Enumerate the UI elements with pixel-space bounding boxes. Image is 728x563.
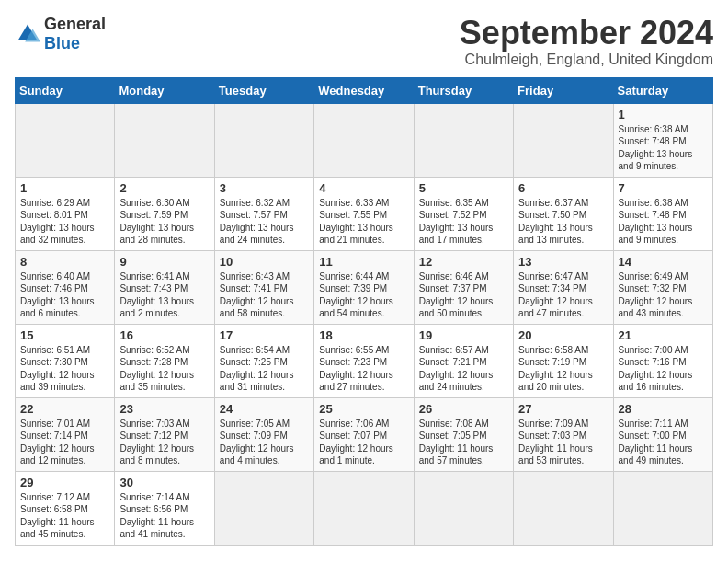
cell-info: Sunrise: 7:12 AMSunset: 6:58 PMDaylight:…	[20, 492, 95, 540]
header-saturday: Saturday	[613, 77, 712, 103]
day-number: 9	[119, 255, 209, 269]
calendar-cell	[16, 103, 115, 177]
day-number: 18	[319, 328, 408, 342]
calendar-week-row: 29Sunrise: 7:12 AMSunset: 6:58 PMDayligh…	[16, 471, 713, 545]
calendar-table: SundayMondayTuesdayWednesdayThursdayFrid…	[15, 77, 713, 546]
cell-info: Sunrise: 6:52 AMSunset: 7:28 PMDaylight:…	[119, 345, 194, 393]
calendar-week-row: 1Sunrise: 6:38 AMSunset: 7:48 PMDaylight…	[16, 103, 713, 177]
cell-info: Sunrise: 6:35 AMSunset: 7:52 PMDaylight:…	[419, 198, 494, 246]
calendar-cell: 23Sunrise: 7:03 AMSunset: 7:12 PMDayligh…	[115, 397, 214, 471]
calendar-cell: 17Sunrise: 6:54 AMSunset: 7:25 PMDayligh…	[214, 324, 313, 397]
calendar-cell: 27Sunrise: 7:09 AMSunset: 7:03 PMDayligh…	[514, 397, 613, 471]
calendar-cell: 20Sunrise: 6:58 AMSunset: 7:19 PMDayligh…	[514, 324, 613, 397]
day-number: 24	[220, 402, 309, 416]
day-number: 6	[518, 181, 608, 195]
calendar-cell: 2Sunrise: 6:30 AMSunset: 7:59 PMDaylight…	[115, 177, 214, 250]
cell-info: Sunrise: 6:57 AMSunset: 7:21 PMDaylight:…	[419, 345, 494, 393]
calendar-cell: 10Sunrise: 6:43 AMSunset: 7:41 PMDayligh…	[214, 250, 313, 324]
calendar-cell: 6Sunrise: 6:37 AMSunset: 7:50 PMDaylight…	[514, 177, 613, 250]
cell-info: Sunrise: 7:00 AMSunset: 7:16 PMDaylight:…	[619, 345, 693, 393]
calendar-cell: 30Sunrise: 7:14 AMSunset: 6:56 PMDayligh…	[115, 471, 214, 545]
day-number: 5	[419, 181, 508, 195]
calendar-header-row: SundayMondayTuesdayWednesdayThursdayFrid…	[16, 77, 713, 103]
calendar-cell: 7Sunrise: 6:38 AMSunset: 7:48 PMDaylight…	[613, 177, 712, 250]
cell-info: Sunrise: 6:51 AMSunset: 7:30 PMDaylight:…	[20, 345, 95, 393]
day-number: 25	[319, 402, 408, 416]
cell-info: Sunrise: 6:40 AMSunset: 7:46 PMDaylight:…	[20, 271, 95, 319]
calendar-cell: 11Sunrise: 6:44 AMSunset: 7:39 PMDayligh…	[314, 250, 414, 324]
calendar-cell	[314, 103, 414, 177]
calendar-cell: 16Sunrise: 6:52 AMSunset: 7:28 PMDayligh…	[115, 324, 214, 397]
day-number: 16	[119, 328, 209, 342]
calendar-cell: 21Sunrise: 7:00 AMSunset: 7:16 PMDayligh…	[613, 324, 712, 397]
calendar-cell	[115, 103, 214, 177]
calendar-cell: 3Sunrise: 6:32 AMSunset: 7:57 PMDaylight…	[214, 177, 313, 250]
logo-icon	[15, 21, 40, 47]
day-number: 27	[518, 402, 608, 416]
cell-info: Sunrise: 7:09 AMSunset: 7:03 PMDaylight:…	[518, 419, 593, 466]
cell-info: Sunrise: 6:38 AMSunset: 7:48 PMDaylight:…	[619, 124, 693, 172]
day-number: 3	[220, 181, 309, 195]
calendar-cell: 22Sunrise: 7:01 AMSunset: 7:14 PMDayligh…	[16, 397, 115, 471]
day-number: 13	[518, 255, 608, 269]
cell-info: Sunrise: 6:46 AMSunset: 7:37 PMDaylight:…	[419, 271, 494, 319]
day-number: 4	[319, 181, 408, 195]
header-friday: Friday	[514, 77, 613, 103]
location-title: Chulmleigh, England, United Kingdom	[460, 52, 713, 68]
calendar-cell: 14Sunrise: 6:49 AMSunset: 7:32 PMDayligh…	[613, 250, 712, 324]
day-number: 20	[518, 328, 608, 342]
cell-info: Sunrise: 7:01 AMSunset: 7:14 PMDaylight:…	[20, 419, 95, 466]
cell-info: Sunrise: 7:11 AMSunset: 7:00 PMDaylight:…	[619, 419, 693, 466]
cell-info: Sunrise: 6:44 AMSunset: 7:39 PMDaylight:…	[319, 271, 393, 319]
day-number: 1	[619, 108, 708, 121]
cell-info: Sunrise: 7:08 AMSunset: 7:05 PMDaylight:…	[419, 419, 494, 466]
calendar-cell	[314, 471, 414, 545]
cell-info: Sunrise: 6:29 AMSunset: 8:01 PMDaylight:…	[20, 198, 95, 246]
calendar-cell	[414, 103, 513, 177]
day-number: 22	[20, 402, 109, 416]
calendar-week-row: 8Sunrise: 6:40 AMSunset: 7:46 PMDaylight…	[16, 250, 713, 324]
day-number: 21	[619, 328, 708, 342]
calendar-cell: 13Sunrise: 6:47 AMSunset: 7:34 PMDayligh…	[514, 250, 613, 324]
day-number: 15	[20, 328, 109, 342]
calendar-cell	[214, 471, 313, 545]
calendar-cell: 12Sunrise: 6:46 AMSunset: 7:37 PMDayligh…	[414, 250, 513, 324]
cell-info: Sunrise: 6:49 AMSunset: 7:32 PMDaylight:…	[619, 271, 693, 319]
calendar-cell: 8Sunrise: 6:40 AMSunset: 7:46 PMDaylight…	[16, 250, 115, 324]
cell-info: Sunrise: 7:03 AMSunset: 7:12 PMDaylight:…	[119, 419, 194, 466]
calendar-cell: 4Sunrise: 6:33 AMSunset: 7:55 PMDaylight…	[314, 177, 414, 250]
day-number: 1	[20, 181, 109, 195]
cell-info: Sunrise: 6:55 AMSunset: 7:23 PMDaylight:…	[319, 345, 393, 393]
header-wednesday: Wednesday	[314, 77, 414, 103]
day-number: 23	[119, 402, 209, 416]
calendar-week-row: 22Sunrise: 7:01 AMSunset: 7:14 PMDayligh…	[16, 397, 713, 471]
cell-info: Sunrise: 7:06 AMSunset: 7:07 PMDaylight:…	[319, 419, 393, 466]
calendar-cell: 28Sunrise: 7:11 AMSunset: 7:00 PMDayligh…	[613, 397, 712, 471]
cell-info: Sunrise: 6:41 AMSunset: 7:43 PMDaylight:…	[119, 271, 194, 319]
day-number: 17	[220, 328, 309, 342]
calendar-cell: 9Sunrise: 6:41 AMSunset: 7:43 PMDaylight…	[115, 250, 214, 324]
day-number: 30	[119, 476, 209, 489]
day-number: 29	[20, 476, 109, 489]
header-sunday: Sunday	[16, 77, 115, 103]
calendar-cell: 1Sunrise: 6:38 AMSunset: 7:48 PMDaylight…	[613, 103, 712, 177]
cell-info: Sunrise: 6:54 AMSunset: 7:25 PMDaylight:…	[220, 345, 294, 393]
calendar-cell: 25Sunrise: 7:06 AMSunset: 7:07 PMDayligh…	[314, 397, 414, 471]
calendar-cell: 19Sunrise: 6:57 AMSunset: 7:21 PMDayligh…	[414, 324, 513, 397]
month-title: September 2024	[460, 15, 713, 52]
cell-info: Sunrise: 6:38 AMSunset: 7:48 PMDaylight:…	[619, 198, 693, 246]
calendar-cell	[613, 471, 712, 545]
cell-info: Sunrise: 6:32 AMSunset: 7:57 PMDaylight:…	[220, 198, 294, 246]
cell-info: Sunrise: 7:05 AMSunset: 7:09 PMDaylight:…	[220, 419, 294, 466]
cell-info: Sunrise: 6:37 AMSunset: 7:50 PMDaylight:…	[518, 198, 593, 246]
day-number: 2	[119, 181, 209, 195]
day-number: 7	[619, 181, 708, 195]
calendar-cell: 5Sunrise: 6:35 AMSunset: 7:52 PMDaylight…	[414, 177, 513, 250]
calendar-cell: 24Sunrise: 7:05 AMSunset: 7:09 PMDayligh…	[214, 397, 313, 471]
cell-info: Sunrise: 6:58 AMSunset: 7:19 PMDaylight:…	[518, 345, 593, 393]
header-thursday: Thursday	[414, 77, 513, 103]
logo-general-text: General	[44, 15, 106, 33]
logo: General Blue	[15, 15, 106, 53]
calendar-cell: 18Sunrise: 6:55 AMSunset: 7:23 PMDayligh…	[314, 324, 414, 397]
day-number: 19	[419, 328, 508, 342]
